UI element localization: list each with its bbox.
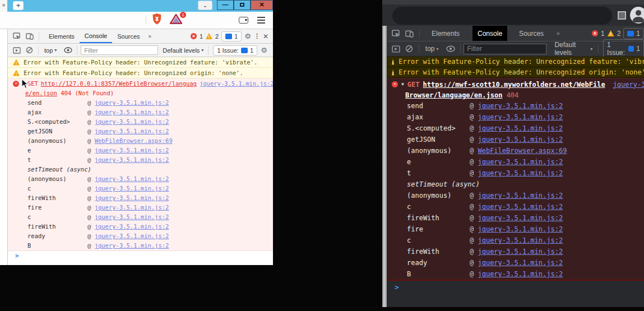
console-sidebar-icon[interactable] — [13, 47, 21, 54]
tab-console[interactable]: Console — [472, 26, 507, 41]
stack-source-link[interactable]: jquery-3.5.1.min.js:2 — [95, 213, 169, 220]
profile-avatar[interactable] — [630, 7, 644, 24]
stack-source-link[interactable]: jquery-3.5.1.min.js:2 — [95, 233, 169, 239]
stack-source-link[interactable]: jquery-3.5.1.min.js:2 — [478, 169, 563, 177]
stack-source-link[interactable]: jquery-3.5.1.min.js:2 — [95, 242, 169, 249]
devtools-close-icon[interactable]: ✕ — [263, 33, 268, 40]
stack-source-link[interactable]: WebFileBrowser.aspx:69 — [478, 147, 567, 155]
dark-browser-toolbar — [382, 0, 644, 26]
log-levels-dropdown[interactable]: Default levels ▾ — [163, 47, 203, 54]
tab-sources[interactable]: Sources — [514, 26, 549, 41]
stack-source-link[interactable]: jquery-3.5.1.min.js:2 — [478, 102, 563, 110]
context-selector[interactable]: top ▾ — [42, 47, 59, 54]
console-warning-row[interactable]: ! Error with Feature-Policy header: Unre… — [8, 68, 273, 78]
request-url-link[interactable]: http://127.0.0.1:8357/WebFileBrowser/lan… — [41, 80, 197, 87]
separator — [38, 46, 39, 55]
tab-elements[interactable]: Elements — [427, 26, 465, 41]
stack-source-link[interactable]: jquery-3.5.1.min.js:2 — [478, 192, 563, 199]
inspect-element-icon[interactable] — [13, 33, 21, 40]
device-toolbar-icon[interactable] — [405, 30, 414, 38]
console-warning-row[interactable]: ! Error with Feature-Policy header: Unre… — [387, 57, 644, 67]
issues-chip[interactable]: 1 Issue: 1 — [213, 45, 257, 55]
request-url-link[interactable]: https://mwf-scott10.myworkfolders.net/We… — [423, 81, 605, 89]
new-tab-button[interactable]: + — [13, 1, 24, 10]
minimize-button[interactable]: — — [217, 0, 234, 10]
issues-chip[interactable]: 1 Issue: 1 — [603, 39, 644, 58]
stack-source-link[interactable]: jquery-3.5.1.min.js:2 — [95, 204, 169, 211]
warning-badge-icon[interactable]: ! — [206, 33, 212, 39]
console-prompt[interactable]: > — [387, 281, 644, 294]
devtools-badges: ✕ 1 ! 2 1 ⚙ ⋮ ✕ — [191, 31, 273, 41]
stack-function-name: setTimeout (async) — [27, 165, 87, 174]
console-warning-row[interactable]: ! Error with Feature-Policy header: Unre… — [387, 67, 644, 78]
error-badge-icon[interactable]: ✕ — [592, 30, 598, 36]
stack-source-link[interactable]: jquery-3.5.1.min.js:2 — [478, 259, 563, 267]
context-selector[interactable]: top ▾ — [423, 45, 441, 53]
filter-input[interactable] — [464, 44, 546, 54]
stack-source-link[interactable]: WebFileBrowser.aspx:69 — [95, 137, 173, 144]
tab-close-button[interactable]: × — [0, 0, 7, 12]
tab-console[interactable]: Console — [80, 29, 112, 43]
filter-input[interactable] — [81, 45, 158, 55]
stack-source-link[interactable]: jquery-3.5.1.min.js:2 — [478, 124, 563, 132]
stack-source-link[interactable]: jquery-3.5.1.min.js:2 — [95, 99, 169, 106]
close-button[interactable]: ✕ — [251, 0, 273, 10]
stack-source-link[interactable]: jquery-3.5.1.min.js:2 — [95, 147, 169, 154]
warning-badge-icon[interactable]: ! — [608, 30, 614, 36]
kebab-menu-icon[interactable]: ⋮ — [254, 33, 260, 40]
extension-triangle-icon[interactable]: 1 — [170, 14, 182, 26]
stack-source-link[interactable]: jquery-3.5.1.min.js:2 — [478, 203, 563, 211]
stack-source-link[interactable]: jquery-3.5.1.min.js:2 — [478, 113, 563, 121]
stack-source-link[interactable]: jquery-3.5.1.min.js:2 — [95, 175, 169, 182]
console-error-message[interactable]: ✕ ▼ GET http://127.0.0.1:8357/WebFileBro… — [8, 78, 273, 251]
error-badge-icon[interactable]: ✕ — [191, 33, 197, 39]
console-settings-gear-icon[interactable]: ⚙ — [261, 46, 267, 54]
clear-console-icon[interactable] — [405, 45, 413, 53]
console-prompt[interactable]: > — [8, 251, 273, 261]
inspect-element-icon[interactable] — [392, 30, 400, 38]
stack-source-link[interactable]: jquery-3.5.1.min.js:2 — [478, 214, 563, 222]
eye-icon[interactable] — [446, 45, 455, 52]
source-file-link[interactable]: jquery-3.5.1.min.js:2 — [613, 81, 644, 89]
more-tabs-icon[interactable]: » — [553, 30, 563, 36]
console-error-message[interactable]: ✕ ▼ GET https://mwf-scott10.myworkfolder… — [387, 78, 644, 281]
clear-console-icon[interactable] — [26, 47, 33, 54]
settings-gear-icon[interactable]: ⚙ — [244, 32, 251, 40]
maximize-button[interactable] — [234, 0, 251, 10]
stack-source-link[interactable]: jquery-3.5.1.min.js:2 — [95, 128, 169, 134]
stack-source-link[interactable]: jquery-3.5.1.min.js:2 — [478, 270, 563, 278]
tab-list-dropdown-button[interactable]: ⌄ — [198, 1, 212, 10]
request-url-wrap[interactable]: Browser/language/en.json — [405, 91, 502, 99]
messages-chip[interactable]: 1 — [221, 31, 242, 41]
device-toolbar-icon[interactable] — [26, 33, 34, 40]
log-levels-dropdown[interactable]: Default levels ▾ — [554, 41, 592, 57]
wallet-icon[interactable] — [239, 17, 248, 24]
stack-function-name: getJSON — [27, 127, 87, 136]
stack-source-link[interactable]: jquery-3.5.1.min.js:2 — [95, 194, 169, 201]
stack-source-link[interactable]: jquery-3.5.1.min.js:2 — [95, 156, 169, 163]
menu-icon[interactable] — [257, 17, 265, 24]
stack-source-link[interactable]: jquery-3.5.1.min.js:2 — [478, 225, 563, 233]
stack-source-link[interactable]: jquery-3.5.1.min.js:2 — [478, 158, 563, 166]
messages-chip[interactable]: 1 — [623, 28, 644, 39]
eye-icon[interactable] — [64, 47, 72, 53]
stack-source-link[interactable]: jquery-3.5.1.min.js:2 — [95, 118, 169, 125]
address-bar[interactable] — [392, 7, 612, 25]
stack-source-link[interactable]: jquery-3.5.1.min.js:2 — [95, 109, 169, 115]
stack-source-link[interactable]: jquery-3.5.1.min.js:2 — [95, 185, 169, 192]
tab-elements[interactable]: Elements — [44, 29, 80, 43]
tab-sources[interactable]: Sources — [112, 29, 145, 43]
console-sidebar-icon[interactable] — [392, 45, 400, 53]
tab-search-icon[interactable] — [618, 11, 626, 20]
expand-triangle-icon[interactable]: ▼ — [401, 82, 404, 87]
stack-source-link[interactable]: jquery-3.5.1.min.js:2 — [478, 236, 563, 244]
stack-source-link[interactable]: jquery-3.5.1.min.js:2 — [478, 248, 563, 256]
more-tabs-icon[interactable]: » — [145, 33, 155, 39]
console-warning-row[interactable]: ! Error with Feature-Policy header: Unre… — [8, 57, 273, 68]
request-url-wrap[interactable]: e/en.json — [25, 90, 57, 96]
levels-label: Default levels — [163, 47, 200, 54]
stack-source-link[interactable]: jquery-3.5.1.min.js:2 — [95, 223, 169, 230]
stack-source-link[interactable]: jquery-3.5.1.min.js:2 — [478, 136, 563, 143]
source-file-link[interactable]: jquery-3.5.1.min.js:2 — [200, 80, 273, 87]
brave-shield-icon[interactable] — [152, 13, 162, 27]
